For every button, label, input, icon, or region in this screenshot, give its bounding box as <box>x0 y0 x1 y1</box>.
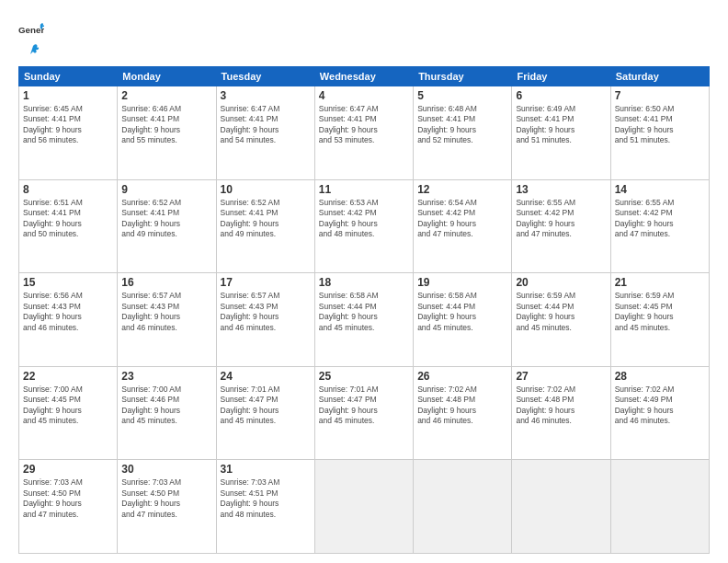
sunset-text: Sunset: 4:41 PM <box>615 114 705 124</box>
sunset-text: Sunset: 4:51 PM <box>221 488 311 499</box>
daylight-text: Daylight: 9 hours <box>615 125 705 135</box>
calendar-cell: 29Sunrise: 7:03 AMSunset: 4:50 PMDayligh… <box>19 460 118 554</box>
day-number: 30 <box>121 463 211 476</box>
calendar-cell: 14Sunrise: 6:55 AMSunset: 4:42 PMDayligh… <box>610 179 709 273</box>
sunrise-text: Sunrise: 6:52 AM <box>221 198 311 208</box>
day-number: 8 <box>23 183 113 196</box>
day-info: Sunrise: 6:47 AMSunset: 4:41 PMDaylight:… <box>319 104 409 146</box>
sunrise-text: Sunrise: 6:46 AM <box>121 104 211 114</box>
day-info: Sunrise: 6:52 AMSunset: 4:41 PMDaylight:… <box>221 198 311 240</box>
day-number: 6 <box>516 89 606 102</box>
logo-icon: General <box>18 17 44 42</box>
weekday-header-sunday: Sunday <box>19 67 118 86</box>
day-number: 17 <box>221 276 311 289</box>
sunset-text: Sunset: 4:44 PM <box>417 302 507 312</box>
sunset-text: Sunset: 4:50 PM <box>23 488 113 499</box>
daylight-text: Daylight: 9 hours <box>221 125 311 135</box>
daylight-text-2: and 46 minutes. <box>121 323 211 333</box>
daylight-text: Daylight: 9 hours <box>23 125 113 135</box>
day-info: Sunrise: 6:56 AMSunset: 4:43 PMDaylight:… <box>23 291 113 333</box>
calendar-cell: 8Sunrise: 6:51 AMSunset: 4:41 PMDaylight… <box>19 179 118 273</box>
day-number: 25 <box>319 370 409 383</box>
calendar-cell: 3Sunrise: 6:47 AMSunset: 4:41 PMDaylight… <box>216 86 314 180</box>
sunrise-text: Sunrise: 6:54 AM <box>417 198 507 208</box>
calendar-cell: 5Sunrise: 6:48 AMSunset: 4:41 PMDaylight… <box>414 86 512 180</box>
sunset-text: Sunset: 4:41 PM <box>221 208 311 218</box>
daylight-text: Daylight: 9 hours <box>23 312 113 322</box>
sunrise-text: Sunrise: 7:02 AM <box>417 385 507 395</box>
day-number: 12 <box>417 183 507 196</box>
logo-line: General <box>18 17 44 42</box>
calendar-cell: 4Sunrise: 6:47 AMSunset: 4:41 PMDaylight… <box>314 86 413 180</box>
day-number: 18 <box>319 276 409 289</box>
calendar-cell: 17Sunrise: 6:57 AMSunset: 4:43 PMDayligh… <box>216 273 314 367</box>
daylight-text-2: and 54 minutes. <box>221 135 311 145</box>
sunset-text: Sunset: 4:45 PM <box>615 302 705 312</box>
day-info: Sunrise: 6:52 AMSunset: 4:41 PMDaylight:… <box>121 198 211 240</box>
calendar-cell: 22Sunrise: 7:00 AMSunset: 4:45 PMDayligh… <box>19 366 118 460</box>
day-number: 24 <box>221 370 311 383</box>
daylight-text: Daylight: 9 hours <box>221 219 311 229</box>
sunrise-text: Sunrise: 6:48 AM <box>417 104 507 114</box>
day-info: Sunrise: 6:55 AMSunset: 4:42 PMDaylight:… <box>516 198 606 240</box>
day-number: 11 <box>319 183 409 196</box>
day-number: 5 <box>417 89 507 102</box>
daylight-text: Daylight: 9 hours <box>516 406 606 416</box>
daylight-text-2: and 49 minutes. <box>221 229 311 239</box>
sunrise-text: Sunrise: 6:57 AM <box>221 291 311 301</box>
weekday-header-saturday: Saturday <box>610 67 709 86</box>
day-info: Sunrise: 6:49 AMSunset: 4:41 PMDaylight:… <box>516 104 606 146</box>
sunrise-text: Sunrise: 6:51 AM <box>23 198 113 208</box>
calendar-cell: 2Sunrise: 6:46 AMSunset: 4:41 PMDaylight… <box>118 86 216 180</box>
sunrise-text: Sunrise: 6:50 AM <box>615 104 705 114</box>
sunset-text: Sunset: 4:49 PM <box>615 395 705 405</box>
daylight-text-2: and 46 minutes. <box>23 323 113 333</box>
calendar-week-4: 22Sunrise: 7:00 AMSunset: 4:45 PMDayligh… <box>19 366 710 460</box>
day-info: Sunrise: 6:55 AMSunset: 4:42 PMDaylight:… <box>615 198 705 240</box>
daylight-text-2: and 48 minutes. <box>319 229 409 239</box>
day-info: Sunrise: 6:59 AMSunset: 4:44 PMDaylight:… <box>516 291 606 333</box>
calendar-week-5: 29Sunrise: 7:03 AMSunset: 4:50 PMDayligh… <box>19 460 710 554</box>
sunset-text: Sunset: 4:43 PM <box>23 302 113 312</box>
day-info: Sunrise: 7:03 AMSunset: 4:50 PMDaylight:… <box>121 477 211 520</box>
calendar-cell: 16Sunrise: 6:57 AMSunset: 4:43 PMDayligh… <box>118 273 216 367</box>
day-number: 14 <box>615 183 705 196</box>
daylight-text: Daylight: 9 hours <box>221 499 311 509</box>
sunset-text: Sunset: 4:44 PM <box>516 302 606 312</box>
day-number: 22 <box>23 370 113 383</box>
sunrise-text: Sunrise: 6:56 AM <box>23 291 113 301</box>
calendar-week-1: 1Sunrise: 6:45 AMSunset: 4:41 PMDaylight… <box>19 86 710 180</box>
daylight-text: Daylight: 9 hours <box>319 312 409 322</box>
day-info: Sunrise: 6:57 AMSunset: 4:43 PMDaylight:… <box>221 291 311 333</box>
day-number: 21 <box>615 276 705 289</box>
daylight-text-2: and 47 minutes. <box>417 229 507 239</box>
day-number: 7 <box>615 89 705 102</box>
daylight-text-2: and 47 minutes. <box>23 510 113 520</box>
daylight-text: Daylight: 9 hours <box>516 125 606 135</box>
daylight-text-2: and 45 minutes. <box>221 416 311 426</box>
day-info: Sunrise: 6:50 AMSunset: 4:41 PMDaylight:… <box>615 104 705 146</box>
daylight-text-2: and 48 minutes. <box>221 510 311 520</box>
sunrise-text: Sunrise: 7:03 AM <box>23 477 113 488</box>
calendar-week-2: 8Sunrise: 6:51 AMSunset: 4:41 PMDaylight… <box>19 179 710 273</box>
sunset-text: Sunset: 4:41 PM <box>23 208 113 218</box>
daylight-text: Daylight: 9 hours <box>417 406 507 416</box>
sunrise-text: Sunrise: 7:02 AM <box>615 385 705 395</box>
calendar-cell: 31Sunrise: 7:03 AMSunset: 4:51 PMDayligh… <box>216 460 314 554</box>
daylight-text-2: and 46 minutes. <box>221 323 311 333</box>
sunrise-text: Sunrise: 7:00 AM <box>23 385 113 395</box>
sunset-text: Sunset: 4:43 PM <box>221 302 311 312</box>
sunrise-text: Sunrise: 7:01 AM <box>319 385 409 395</box>
day-number: 2 <box>121 89 211 102</box>
day-info: Sunrise: 6:45 AMSunset: 4:41 PMDaylight:… <box>23 104 113 146</box>
daylight-text-2: and 51 minutes. <box>516 135 606 145</box>
daylight-text-2: and 45 minutes. <box>516 323 606 333</box>
day-info: Sunrise: 7:00 AMSunset: 4:45 PMDaylight:… <box>23 385 113 427</box>
calendar-cell: 25Sunrise: 7:01 AMSunset: 4:47 PMDayligh… <box>314 366 413 460</box>
weekday-header-tuesday: Tuesday <box>216 67 314 86</box>
sunrise-text: Sunrise: 7:00 AM <box>121 385 211 395</box>
weekday-header-thursday: Thursday <box>414 67 512 86</box>
daylight-text: Daylight: 9 hours <box>23 499 113 509</box>
daylight-text: Daylight: 9 hours <box>516 312 606 322</box>
daylight-text: Daylight: 9 hours <box>319 219 409 229</box>
